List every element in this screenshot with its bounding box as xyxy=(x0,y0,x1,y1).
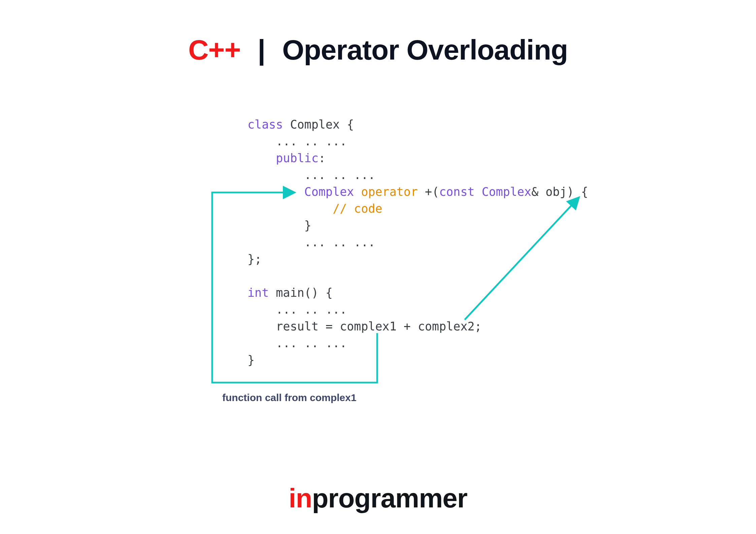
page-title: C++ | Operator Overloading xyxy=(0,34,756,66)
code-text: ... .. ... xyxy=(248,336,347,350)
kw-operator: operator xyxy=(361,185,425,199)
kw-public: public xyxy=(248,151,319,165)
code-text: } xyxy=(248,219,311,232)
kw-int: int xyxy=(248,286,269,299)
page: C++ | Operator Overloading class Complex… xyxy=(0,0,756,534)
code-comment: // code xyxy=(333,202,383,215)
brand-rest: programmer xyxy=(312,483,467,513)
code-text: result = complex1 + complex2; xyxy=(248,320,482,333)
code-text: } xyxy=(248,353,255,367)
code-text xyxy=(248,185,304,199)
code-text: main() { xyxy=(269,286,333,299)
brand-logo: inprogrammer xyxy=(0,483,756,514)
title-topic: Operator Overloading xyxy=(282,34,568,66)
kw-type-complex: Complex xyxy=(304,185,361,199)
code-text: ... .. ... xyxy=(248,168,375,182)
kw-type-complex: Complex xyxy=(474,185,531,199)
code-text: ... .. ... xyxy=(248,135,347,148)
kw-class: class xyxy=(248,118,283,131)
code-text: +( xyxy=(425,185,439,199)
annotation-label: function call from complex1 xyxy=(222,392,356,403)
code-text: ... .. ... xyxy=(248,236,375,249)
brand-in: in xyxy=(289,483,312,513)
kw-const: const xyxy=(439,185,474,199)
code-text: }; xyxy=(248,252,262,266)
code-text: Complex { xyxy=(283,118,354,131)
code-text: : xyxy=(319,151,326,165)
code-block: class Complex { ... .. ... public: ... .… xyxy=(248,116,588,368)
code-text: ... .. ... xyxy=(248,303,347,316)
code-text: & obj) { xyxy=(531,185,588,199)
title-cpp: C++ xyxy=(188,34,241,66)
title-separator: | xyxy=(258,34,265,66)
code-text xyxy=(248,202,333,215)
